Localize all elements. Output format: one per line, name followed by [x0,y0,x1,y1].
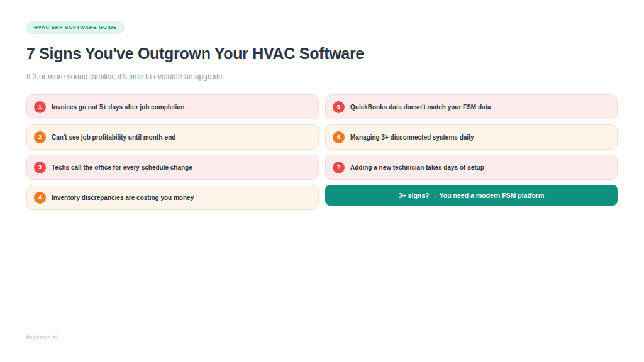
sign-card: 5 QuickBooks data doesn't match your FSM… [325,94,618,119]
sign-text: Techs call the office for every schedule… [52,164,192,171]
sign-number-badge: 3 [34,162,46,173]
sign-card: 6 Managing 3+ disconnected systems daily [325,124,618,150]
signs-grid: 1 Invoices go out 5+ days after job comp… [26,94,618,210]
signs-column-left: 1 Invoices go out 5+ days after job comp… [26,94,319,210]
infographic-page: HVAC ERP SOFTWARE GUIDE 7 Signs You've O… [0,0,644,362]
sign-text: Invoices go out 5+ days after job comple… [52,104,184,111]
signs-column-right: 5 QuickBooks data doesn't match your FSM… [325,94,618,210]
sign-card: 7 Adding a new technician takes days of … [325,155,618,180]
sign-card: 3 Techs call the office for every schedu… [26,155,319,180]
sign-text: Can't see job profitability until month-… [52,134,175,141]
sign-text: Managing 3+ disconnected systems daily [350,134,474,141]
sign-card: 1 Invoices go out 5+ days after job comp… [26,94,319,119]
footer-brand: fieldcamp.ai [26,334,57,341]
sign-card: 2 Can't see job profitability until mont… [26,124,319,150]
sign-number-badge: 7 [333,162,345,173]
sign-text: Inventory discrepancies are costing you … [52,194,194,201]
sign-number-badge: 6 [333,131,345,143]
page-title: 7 Signs You've Outgrown Your HVAC Softwa… [26,44,618,63]
sign-number-badge: 1 [34,101,46,113]
sign-number-badge: 5 [333,101,345,113]
sign-number-badge: 2 [34,131,46,143]
sign-card: 4 Inventory discrepancies are costing yo… [26,185,319,210]
cta-button[interactable]: 3+ signs? → You need a modern FSM platfo… [325,185,618,206]
page-subtitle: If 3 or more sound familiar, it's time t… [26,72,618,82]
category-badge: HVAC ERP SOFTWARE GUIDE [26,21,125,34]
sign-text: Adding a new technician takes days of se… [350,164,484,171]
sign-text: QuickBooks data doesn't match your FSM d… [350,104,491,111]
sign-number-badge: 4 [34,192,46,204]
